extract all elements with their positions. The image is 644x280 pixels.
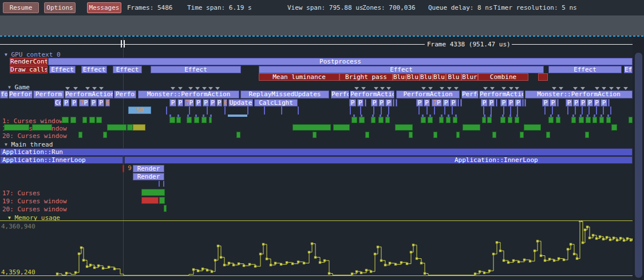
gpu-zone-bar[interactable] xyxy=(538,73,548,81)
game-zone-bar[interactable] xyxy=(524,99,526,107)
gpu-zone-bar[interactable]: Ef xyxy=(624,66,633,73)
game-zone-bar[interactable]: Monster::PerformAction xyxy=(525,90,633,98)
game-zone-bar[interactable]: P xyxy=(550,99,556,107)
lock-activity-bar[interactable] xyxy=(571,117,576,123)
lock-activity-bar[interactable] xyxy=(4,124,29,131)
lock-activity-bar[interactable] xyxy=(428,117,433,123)
game-zone-bar[interactable]: P xyxy=(195,99,202,107)
lock-activity-bar[interactable] xyxy=(378,117,384,123)
messages-button[interactable]: Messages xyxy=(87,2,121,13)
lock-activity-bar[interactable] xyxy=(159,197,165,204)
lock-activity-bar[interactable] xyxy=(579,117,584,123)
main-zone-bar[interactable]: Application::InnerLoop xyxy=(124,156,633,164)
game-zone-bar[interactable]: P xyxy=(378,99,385,107)
game-zone-bar[interactable]: P xyxy=(349,99,356,107)
game-zone-bar[interactable]: P xyxy=(600,99,607,107)
game-zone-bar[interactable]: P xyxy=(71,99,77,107)
game-zone-bar[interactable]: P xyxy=(385,99,392,107)
game-zone-bar[interactable]: 7P xyxy=(79,99,89,107)
lock-activity-bar[interactable] xyxy=(202,117,207,123)
game-zone-bar[interactable]: P xyxy=(481,99,488,107)
lock-activity-bar[interactable] xyxy=(524,124,541,131)
game-zone-bar[interactable]: fo xyxy=(0,90,8,98)
lock-activity-bar[interactable] xyxy=(515,117,519,123)
lock-activity-bar[interactable] xyxy=(359,117,365,123)
lock-activity-bar[interactable] xyxy=(492,132,496,138)
lock-activity-bar[interactable] xyxy=(32,124,52,131)
lock-activity-bar[interactable] xyxy=(456,132,460,138)
lock-activity-bar[interactable] xyxy=(439,117,444,123)
lock-activity-bar[interactable] xyxy=(586,117,591,123)
lock-activity-bar[interactable] xyxy=(365,132,369,138)
game-zone-bar[interactable] xyxy=(393,99,394,107)
lock-activity-bar[interactable] xyxy=(433,132,437,138)
game-zone-bar[interactable]: Perfo xyxy=(114,90,136,98)
lock-activity-bar[interactable] xyxy=(70,117,76,123)
game-zone-bar[interactable]: CalcLight xyxy=(254,99,298,107)
lock-activity-bar[interactable] xyxy=(385,117,390,123)
lock-activity-bar[interactable] xyxy=(62,117,69,123)
game-zone-bar[interactable] xyxy=(522,99,524,107)
game-zone-bar[interactable] xyxy=(396,99,397,107)
lock-activity-bar[interactable] xyxy=(293,124,331,131)
game-zone-bar[interactable]: P xyxy=(357,99,364,107)
lock-activity-bar[interactable] xyxy=(548,117,554,123)
lock-activity-bar[interactable] xyxy=(611,124,617,131)
game-zone-bar[interactable] xyxy=(608,99,610,107)
lock-activity-bar[interactable] xyxy=(508,117,512,123)
lock-activity-bar[interactable] xyxy=(133,124,145,131)
game-zone-bar[interactable]: P xyxy=(210,99,216,107)
game-zone-bar[interactable]: Perform xyxy=(33,90,64,98)
game-zone-bar[interactable]: P xyxy=(542,99,549,107)
main-zone-bar[interactable]: Application::InnerLoop xyxy=(0,156,123,164)
lock-activity-bar[interactable] xyxy=(209,117,212,123)
game-zone-bar[interactable]: 7P xyxy=(184,99,194,107)
game-zone-bar[interactable]: 7P xyxy=(432,99,442,107)
game-zone-bar[interactable]: P xyxy=(169,99,176,107)
game-zone-bar[interactable]: P xyxy=(98,99,104,107)
lock-activity-bar[interactable] xyxy=(556,117,560,123)
lock-activity-bar[interactable] xyxy=(333,124,350,131)
lock-activity-bar[interactable] xyxy=(194,117,199,123)
game-zone-bar[interactable]: 6 xyxy=(223,99,227,107)
lock-activity-bar[interactable] xyxy=(127,124,133,131)
lock-activity-bar[interactable] xyxy=(585,132,589,138)
game-zone-bar[interactable]: P xyxy=(203,99,209,107)
game-zone-bar[interactable]: Co xyxy=(54,99,61,107)
gpu-zone-bar[interactable]: Bright pass xyxy=(339,73,393,81)
resume-button[interactable]: Resume xyxy=(3,2,39,13)
game-zone-bar[interactable] xyxy=(460,99,462,107)
gpu-zone-bar[interactable]: Blur xyxy=(420,73,433,81)
game-zone-bar[interactable] xyxy=(557,99,559,107)
lock-activity-bar[interactable] xyxy=(236,132,240,138)
render-zone-bar[interactable]: Render xyxy=(133,173,164,180)
gpu-zone-bar[interactable]: Effect xyxy=(113,66,142,73)
lock-activity-bar[interactable] xyxy=(520,132,524,138)
pause-marker-icon[interactable] xyxy=(124,40,125,48)
lock-activity-bar[interactable] xyxy=(164,205,167,212)
gpu-zone-bar[interactable]: Effect xyxy=(49,66,76,73)
gpu-zone-bar[interactable]: Draw calls xyxy=(10,66,48,73)
game-zone-bar[interactable]: P xyxy=(488,99,495,107)
gpu-zone-bar[interactable]: Effect xyxy=(548,66,622,73)
game-zone-bar[interactable]: ReplayMissedUpdates xyxy=(240,90,329,98)
render-zone-bar[interactable]: Render xyxy=(133,165,164,172)
game-zone-bar[interactable]: P xyxy=(371,99,378,107)
lock-activity-bar[interactable] xyxy=(313,132,317,138)
game-zone-bar[interactable]: P xyxy=(515,99,521,107)
frames-overview-strip[interactable] xyxy=(0,15,644,36)
timeline-scrollbar-thumb[interactable] xyxy=(635,53,642,278)
lock-activity-bar[interactable] xyxy=(141,189,165,196)
game-zone-bar[interactable]: 6 xyxy=(105,99,110,107)
lock-activity-bar[interactable] xyxy=(446,117,451,123)
lock-activity-bar[interactable] xyxy=(500,117,505,123)
lock-activity-bar[interactable] xyxy=(351,117,357,123)
lock-activity-bar[interactable] xyxy=(371,117,376,123)
lock-activity-bar[interactable] xyxy=(482,117,486,123)
game-zone-bar[interactable]: P xyxy=(63,99,69,107)
section-main-thread[interactable]: ▼ Main thread xyxy=(5,141,53,148)
game-zone-bar[interactable]: P xyxy=(216,99,222,107)
lock-activity-bar[interactable] xyxy=(606,117,611,123)
render-zone-bar[interactable] xyxy=(123,165,124,172)
gpu-zone-bar[interactable]: RenderConte xyxy=(10,58,48,65)
